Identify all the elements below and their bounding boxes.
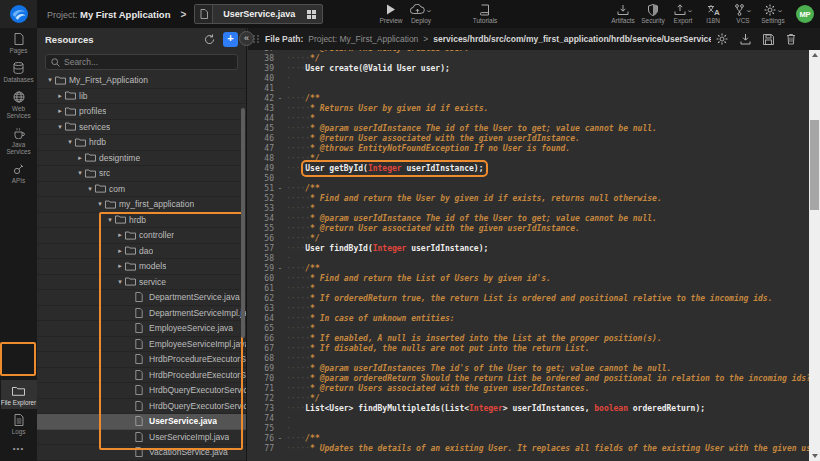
deploy-button[interactable]: ⌄ Deploy — [406, 3, 436, 24]
code-line-59[interactable]: 59-····/** — [248, 264, 809, 274]
code-line-47[interactable]: 47·····* @throws EntityNotFoundException… — [248, 144, 809, 154]
tree-item-hrdb[interactable]: ▾hrdb — [37, 213, 246, 229]
sidebar-item-pages[interactable]: Pages — [1, 28, 37, 57]
code-line-68[interactable]: 68·····* — [248, 354, 809, 364]
tree-item-hrdbprocedureexecutorserviceimpl-java[interactable]: HrdbProcedureExecutorServiceImpl.java — [37, 368, 246, 384]
chevron-down-icon[interactable]: ▾ — [55, 123, 65, 131]
line-number[interactable]: 66 — [248, 334, 274, 344]
code-line-50[interactable]: 50· — [248, 174, 809, 184]
more-menu-button[interactable]: ••• — [13, 438, 24, 461]
line-number[interactable]: 58 — [248, 254, 274, 264]
code-line-71[interactable]: 71·····* @return Users associated with t… — [248, 384, 809, 394]
line-number[interactable]: 38 — [248, 54, 274, 64]
tree-item-hrdb[interactable]: ▾hrdb — [37, 135, 246, 151]
resources-scrollbar[interactable] — [241, 108, 245, 338]
search-input[interactable] — [64, 57, 232, 67]
tree-item-com[interactable]: ▾com — [37, 182, 246, 198]
editor-scrollbar-thumb[interactable] — [810, 120, 819, 210]
code-line-46[interactable]: 46·····* @return User associated with th… — [248, 134, 809, 144]
scroll-down-arrow-icon[interactable] — [812, 454, 818, 458]
grid-icon[interactable] — [305, 10, 322, 19]
line-number[interactable]: 53 — [248, 204, 274, 214]
code-line-49[interactable]: 49····User getById(Integer userIdInstanc… — [248, 164, 809, 174]
code-line-39[interactable]: 39····User create(@Valid User user); — [248, 64, 809, 74]
code-line-75[interactable]: 75· — [248, 424, 809, 434]
code-line-40[interactable]: 40· — [248, 74, 809, 84]
code-line-65[interactable]: 65·····* — [248, 324, 809, 334]
sidebar-item-java-services[interactable]: Java Services — [1, 122, 37, 158]
line-number[interactable]: 77 — [248, 444, 274, 454]
line-number[interactable]: 56 — [248, 234, 274, 244]
line-number[interactable]: 65 — [248, 324, 274, 334]
tree-item-services[interactable]: ▾services — [37, 120, 246, 136]
tutorials-button[interactable]: Tutorials — [470, 3, 500, 24]
add-resource-button[interactable]: + — [223, 32, 238, 47]
tree-item-hrdbqueryexecutorserviceimpl-java[interactable]: HrdbQueryExecutorServiceImpl.java — [37, 399, 246, 415]
preview-button[interactable]: Preview — [376, 3, 406, 24]
code-area[interactable]: 37·····* @return The newly created User.… — [248, 50, 809, 461]
code-line-48[interactable]: 48·····*/ — [248, 154, 809, 164]
line-number[interactable]: 73 — [248, 404, 274, 414]
refresh-icon[interactable] — [204, 34, 215, 45]
code-line-52[interactable]: 52·····* Find and return the User by giv… — [248, 194, 809, 204]
line-number[interactable]: 51 — [248, 184, 274, 194]
line-number[interactable]: 42 — [248, 94, 274, 104]
line-number[interactable]: 75 — [248, 424, 274, 434]
line-number[interactable]: 69 — [248, 364, 274, 374]
tree-item-my-first-application[interactable]: ▾my_first_application — [37, 197, 246, 213]
security-button[interactable]: Security — [638, 3, 668, 24]
code-line-66[interactable]: 66·····* If enabled, A null is inserted … — [248, 334, 809, 344]
line-number[interactable]: 61 — [248, 284, 274, 294]
collapse-panel-button[interactable]: « — [239, 31, 254, 46]
tree-item-models[interactable]: ▸models — [37, 259, 246, 275]
code-line-55[interactable]: 55·····* @return User associated with th… — [248, 224, 809, 234]
tree-item-lib[interactable]: ▸lib — [37, 89, 246, 105]
code-line-72[interactable]: 72·····*/ — [248, 394, 809, 404]
code-line-43[interactable]: 43·····* Returns User by given id if exi… — [248, 104, 809, 114]
code-line-57[interactable]: 57····User findById(Integer userIdInstan… — [248, 244, 809, 254]
tree-item-departmentserviceimpl-java[interactable]: DepartmentServiceImpl.java — [37, 306, 246, 322]
chevron-down-icon[interactable]: ▾ — [65, 138, 75, 146]
code-line-38[interactable]: 38·····*/ — [248, 54, 809, 64]
vcs-button[interactable]: ⌄ VCS — [728, 3, 758, 24]
tree-item-controller[interactable]: ▸controller — [37, 228, 246, 244]
line-number[interactable]: 59 — [248, 264, 274, 274]
line-number[interactable]: 46 — [248, 134, 274, 144]
line-number[interactable]: 55 — [248, 224, 274, 234]
code-line-76[interactable]: 76-····/** — [248, 434, 809, 444]
line-number[interactable]: 39 — [248, 64, 274, 74]
editor-scrollbar[interactable] — [809, 50, 820, 461]
line-number[interactable]: 71 — [248, 384, 274, 394]
line-number[interactable]: 45 — [248, 124, 274, 134]
line-number[interactable]: 49 — [248, 164, 274, 174]
tree-item-userserviceimpl-java[interactable]: UserServiceImpl.java — [37, 430, 246, 446]
sidebar-item-databases[interactable]: Databases — [1, 57, 37, 86]
fold-marker-icon[interactable]: - — [274, 434, 286, 444]
sidebar-item-apis[interactable]: APIs — [1, 158, 37, 187]
export-button[interactable]: ⌄ I18N Export — [668, 3, 698, 24]
i18n-button[interactable]: A I18N — [698, 3, 728, 24]
line-number[interactable]: 62 — [248, 294, 274, 304]
code-line-58[interactable]: 58· — [248, 254, 809, 264]
fold-marker-icon[interactable]: - — [274, 94, 286, 104]
line-number[interactable]: 43 — [248, 104, 274, 114]
project-breadcrumb[interactable]: Project: My First Application — [47, 9, 170, 20]
fold-marker-icon[interactable]: - — [274, 264, 286, 274]
fold-marker-icon[interactable]: - — [274, 184, 286, 194]
wavemaker-logo[interactable] — [0, 0, 37, 28]
chevron-down-icon[interactable]: ▾ — [45, 76, 55, 84]
line-number[interactable]: 76 — [248, 434, 274, 444]
code-line-69[interactable]: 69·····* @param userIdInstances The id's… — [248, 364, 809, 374]
sidebar-item-logs[interactable]: Logs — [1, 409, 37, 438]
line-number[interactable]: 70 — [248, 374, 274, 384]
code-line-73[interactable]: 73····List<User> findByMultipleIds(List<… — [248, 404, 809, 414]
code-line-54[interactable]: 54·····* @param userIdInstance The id of… — [248, 214, 809, 224]
tree-item-vacationservice-java[interactable]: VacationService.java — [37, 445, 246, 461]
chevron-down-icon[interactable]: ▾ — [105, 216, 115, 224]
code-line-41[interactable]: 41· — [248, 84, 809, 94]
line-number[interactable]: 60 — [248, 274, 274, 284]
delete-file-trash-icon[interactable] — [786, 33, 796, 45]
code-line-60[interactable]: 60·····* Find and return the List of Use… — [248, 274, 809, 284]
line-number[interactable]: 40 — [248, 74, 274, 84]
code-line-64[interactable]: 64·····* In case of unknown entities: — [248, 314, 809, 324]
